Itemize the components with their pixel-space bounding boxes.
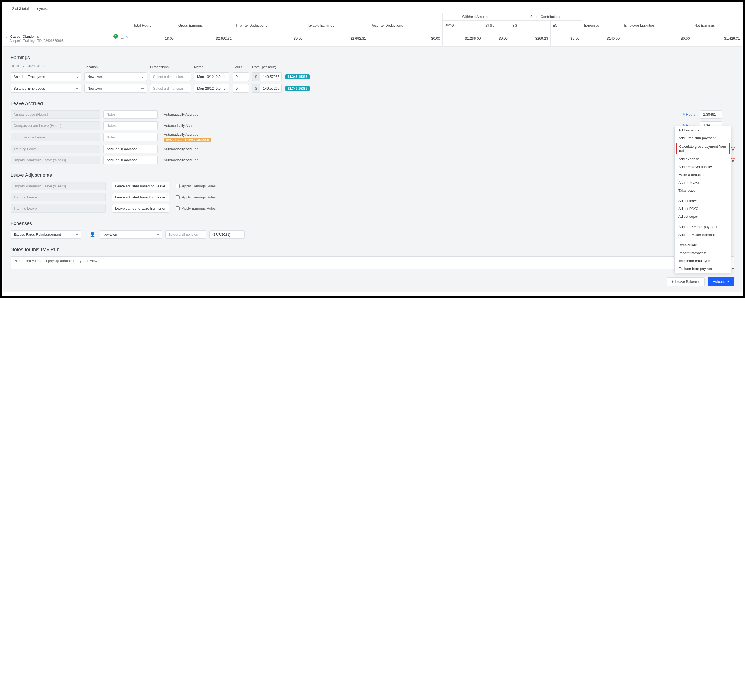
apply-earnings-rules-checkbox[interactable]: Apply Earnings Rules: [176, 184, 235, 188]
earning-location-select[interactable]: Newtown: [84, 72, 147, 81]
actions-dropdown[interactable]: Add earningsAdd lump sum paymentCalculat…: [675, 126, 732, 273]
th-pretax: Pre-Tax Deductions: [234, 13, 305, 30]
dropdown-item[interactable]: Add lump sum payment: [675, 134, 731, 142]
expense-dimension-input[interactable]: [165, 230, 206, 239]
th-super-group: Super Contributions: [510, 13, 582, 21]
adjust-basis-input: [112, 204, 169, 212]
leave-notes-input[interactable]: [103, 156, 158, 164]
adjustment-row: Training Leave Apply Earnings Rules: [10, 204, 735, 212]
list-icon[interactable]: ☰: [121, 35, 124, 39]
leave-type-select: Unpaid Pandemic Leave (Weeks): [10, 156, 100, 164]
adjust-type-select: Training Leave: [10, 193, 106, 202]
adjust-basis-input: [112, 193, 169, 202]
leave-notes-input[interactable]: [103, 133, 158, 142]
dropdown-item[interactable]: Calculate gross payment from net: [676, 142, 730, 154]
leave-row: Long Service LeaveAutomatically AccruedA…: [10, 133, 735, 142]
earning-notes-input[interactable]: [194, 72, 229, 81]
expand-chevron-icon[interactable]: ⌄: [5, 34, 8, 39]
expense-type-select[interactable]: Excess Fares Reimbursement: [10, 230, 81, 239]
th-net: Net Earnings: [692, 13, 742, 30]
dropdown-item[interactable]: Add JobKeeper payment: [675, 223, 731, 231]
earning-rate-input[interactable]: [260, 72, 281, 81]
dropdown-item[interactable]: Adjust PAYG: [675, 205, 731, 212]
dropdown-item[interactable]: Add JobMaker nomination: [675, 231, 731, 239]
dropdown-item[interactable]: Adjust leave: [675, 197, 731, 205]
earning-rate-input[interactable]: [260, 84, 281, 93]
earning-notes-input[interactable]: [194, 84, 229, 93]
earning-hours-input[interactable]: [233, 84, 249, 93]
leave-row: Compassionate Leave (Hours)Automatically…: [10, 121, 735, 130]
earning-rate-box[interactable]: $: [252, 84, 282, 93]
summary-line: 1 - 2 of 2 total employees.: [3, 5, 742, 13]
employee-subline: Casper's Training LTD (58606879663): [9, 39, 64, 43]
earning-type-select[interactable]: Salaried Employees: [10, 84, 81, 93]
payrun-notes-textarea[interactable]: Please find you latest payslip attached …: [10, 256, 735, 269]
dropdown-item[interactable]: Take leave: [675, 187, 731, 194]
dropdown-item[interactable]: Add employer liability: [675, 163, 731, 171]
adjust-type-select: Unpaid Pandemic Leave (Weeks): [10, 182, 106, 190]
dropdown-item[interactable]: Recalculate: [675, 241, 731, 249]
leave-adjustments-title: Leave Adjustments: [10, 172, 735, 178]
dollar-icon: $: [252, 72, 260, 81]
earning-rate-box[interactable]: $: [252, 72, 282, 81]
leave-notes-input[interactable]: [103, 145, 158, 153]
th-expenses: Expenses: [582, 13, 622, 30]
earning-dimension-input[interactable]: [150, 84, 191, 93]
leave-row: Training LeaveAutomatically Accrued✎Days…: [10, 145, 735, 153]
edit-icon[interactable]: ✎: [126, 35, 129, 39]
dropdown-item[interactable]: Add earnings: [675, 126, 731, 134]
earning-type-select[interactable]: Salaried Employees: [10, 72, 81, 81]
dropdown-item[interactable]: Make a deduction: [675, 171, 731, 179]
caret-up-icon: [727, 281, 730, 283]
available-from-badge: AVAILABLE FROM: 20/05/2029: [164, 138, 211, 142]
adjust-type-select: Training Leave: [10, 204, 106, 212]
earning-dimension-input[interactable]: [150, 72, 191, 81]
earning-hours-input[interactable]: [233, 72, 249, 81]
leave-balances-button[interactable]: ✈ Leave Balances: [667, 277, 705, 286]
earning-total-chip: $1,346.15385: [285, 86, 310, 91]
th-sg: SG: [510, 21, 551, 30]
earning-total-chip: $1,346.15385: [285, 75, 310, 79]
col-hours: Hours: [233, 65, 249, 69]
dropdown-item[interactable]: Import timesheets: [675, 249, 731, 257]
employee-name[interactable]: Casper Claude: [10, 34, 34, 39]
col-notes: Notes: [194, 65, 229, 69]
auto-accrued-label: Automatically Accrued: [164, 147, 199, 151]
col-dimensions: Dimensions: [150, 65, 191, 69]
apply-earnings-rules-checkbox[interactable]: Apply Earnings Rules: [176, 195, 235, 199]
th-posttax: Post-Tax Deductions: [368, 13, 443, 30]
dropdown-item[interactable]: Add expense: [675, 155, 731, 163]
actions-button[interactable]: Actions: [708, 277, 735, 286]
adjust-basis-input: [112, 182, 169, 190]
dropdown-item[interactable]: Terminate employee: [675, 257, 731, 265]
apply-earnings-rules-checkbox[interactable]: Apply Earnings Rules: [176, 206, 235, 211]
col-rate: Rate (per hour): [252, 65, 282, 69]
leave-unit-label: Hours: [686, 112, 695, 117]
th-ec: EC: [551, 21, 582, 30]
table-row[interactable]: ⌄ Casper Claude ▲ ☰ ✎ Casper's Training …: [3, 30, 742, 47]
leave-notes-input[interactable]: [103, 110, 158, 119]
leave-value-input: [700, 110, 722, 119]
th-stsl: STSL: [483, 21, 510, 30]
th-emp-liab: Employer Liabilities: [622, 13, 692, 30]
plane-icon: ✈: [671, 280, 674, 284]
expense-location-select[interactable]: Newtown: [100, 230, 162, 239]
adjustment-row: Unpaid Pandemic Leave (Weeks) Apply Earn…: [10, 182, 735, 190]
dropdown-item[interactable]: Accrue leave: [675, 179, 731, 187]
notes-title: Notes for this Pay Run: [10, 247, 735, 253]
leave-type-select: Training Leave: [10, 145, 100, 153]
person-icon[interactable]: 👤: [90, 232, 96, 237]
th-payg: PAYG: [442, 21, 483, 30]
dropdown-item[interactable]: Adjust super: [675, 212, 731, 220]
leave-notes-input[interactable]: [103, 121, 158, 130]
warning-icon[interactable]: ▲: [36, 34, 40, 39]
th-total-hours: Total Hours: [131, 13, 176, 30]
edit-icon[interactable]: ✎: [682, 112, 685, 117]
earning-location-select[interactable]: Newtown: [84, 84, 147, 93]
th-gross: Gross Earnings: [176, 13, 234, 30]
leave-type-select: Long Service Leave: [10, 133, 100, 142]
hourly-earnings-subhead: HOURLY EARNINGS: [10, 64, 81, 68]
expense-date-input[interactable]: [209, 230, 245, 239]
auto-accrued-label: Automatically Accrued: [164, 158, 199, 162]
dropdown-item[interactable]: Exclude from pay run: [675, 265, 731, 272]
